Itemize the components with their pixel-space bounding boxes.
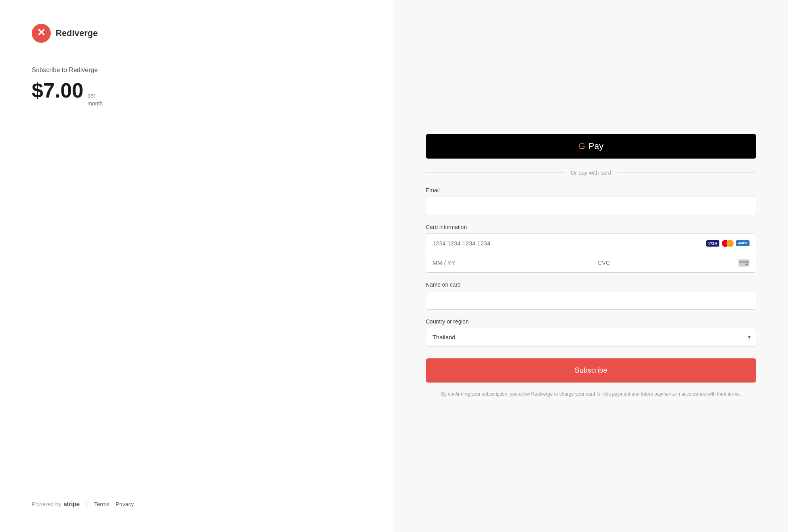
powered-by: Powered by stripe <box>32 501 80 508</box>
subscribe-label: Subscribe to Rediverge <box>32 67 362 74</box>
cvc-card-icon: 135 <box>738 259 750 267</box>
email-input[interactable] <box>426 197 756 215</box>
stripe-logo: stripe <box>63 501 80 508</box>
svg-rect-4 <box>745 264 748 265</box>
cvc-input[interactable] <box>598 259 738 266</box>
card-number-row: VISA AMEX <box>426 234 756 253</box>
country-select-wrapper: Thailand United States United Kingdom Si… <box>426 328 756 346</box>
expiry-cvc-row: 135 <box>426 253 756 272</box>
card-info-group: Card information VISA AMEX <box>426 224 756 273</box>
expiry-input[interactable] <box>426 253 591 272</box>
right-panel: G Pay Or pay with card Email Card inform… <box>394 0 788 532</box>
subscribe-button[interactable]: Subscribe <box>426 358 756 383</box>
divider-line-right <box>617 172 756 173</box>
divider-text: Or pay with card <box>571 170 611 176</box>
left-panel: ✕ Rediverge Subscribe to Rediverge $7.00… <box>0 0 394 532</box>
mastercard-icon <box>722 239 734 247</box>
country-label: Country or region <box>426 318 756 325</box>
name-group: Name on card <box>426 281 756 310</box>
svg-text:✕: ✕ <box>37 27 46 38</box>
gpay-g-letter: G <box>579 141 585 151</box>
visa-icon: VISA <box>706 240 719 247</box>
powered-by-text: Powered by <box>32 501 61 507</box>
card-number-input[interactable] <box>432 240 706 247</box>
card-icons: VISA AMEX <box>706 239 750 247</box>
gpay-pay-text: Pay <box>588 141 603 151</box>
price-period: permonth <box>87 92 103 107</box>
left-footer: Powered by stripe | Terms Privacy <box>32 500 362 508</box>
terms-disclaimer-text: By confirming your subscription, you all… <box>426 390 756 398</box>
rediverge-logo-icon: ✕ <box>32 24 51 43</box>
cvc-container: 135 <box>591 253 756 272</box>
name-label: Name on card <box>426 281 756 288</box>
price-amount: $7.00 <box>32 78 83 102</box>
card-info-box: VISA AMEX <box>426 233 756 273</box>
logo-area: ✕ Rediverge <box>32 24 362 43</box>
gpay-button[interactable]: G Pay <box>426 134 756 159</box>
terms-link[interactable]: Terms <box>94 501 109 507</box>
or-pay-divider: Or pay with card <box>426 170 756 176</box>
logo-text: Rediverge <box>56 28 98 38</box>
email-label: Email <box>426 187 756 193</box>
email-group: Email <box>426 187 756 215</box>
footer-divider: | <box>86 500 88 508</box>
divider-line-left <box>426 172 565 173</box>
card-info-label: Card information <box>426 224 756 230</box>
left-content: ✕ Rediverge Subscribe to Rediverge $7.00… <box>32 24 362 500</box>
country-group: Country or region Thailand United States… <box>426 318 756 346</box>
price-row: $7.00 permonth <box>32 78 362 107</box>
name-input[interactable] <box>426 291 756 310</box>
country-select[interactable]: Thailand United States United Kingdom Si… <box>426 328 756 346</box>
amex-icon: AMEX <box>736 240 750 246</box>
privacy-link[interactable]: Privacy <box>115 501 134 507</box>
svg-text:135: 135 <box>744 261 748 264</box>
